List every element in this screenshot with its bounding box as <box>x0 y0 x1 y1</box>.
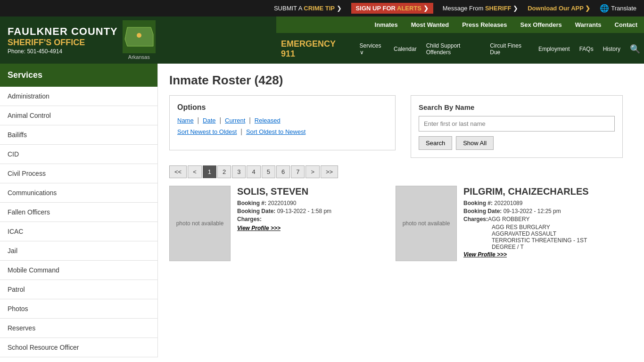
nav-warrants[interactable]: Warrants <box>569 16 608 33</box>
page-2[interactable]: 2 <box>217 165 231 178</box>
filter-released[interactable]: Released <box>255 117 281 124</box>
phone-number: Phone: 501-450-4914 <box>8 48 118 55</box>
sheriff-link[interactable]: Message From SHERIFF ❯ <box>443 5 519 12</box>
page-last[interactable]: >> <box>321 165 338 178</box>
view-profile-pilgrim[interactable]: View Profile >>> <box>463 251 507 258</box>
sidebar-item-administration[interactable]: Administration <box>0 87 157 106</box>
globe-icon: 🌐 <box>600 4 609 13</box>
inmate-booking-num-pilgrim: Booking #: 202201089 <box>463 200 612 206</box>
charge-item: AGGRAVATED ASSAULT <box>492 230 612 237</box>
sort-oldest[interactable]: Sort Oldest to Newest <box>246 128 305 135</box>
map-label: Arkansas <box>123 54 156 60</box>
nav-inmates[interactable]: Inmates <box>368 16 405 33</box>
sidebar-item-communications[interactable]: Communications <box>0 183 157 203</box>
sidebar: Services Administration Animal Control B… <box>0 64 158 357</box>
inmate-photo-solis: photo not available <box>169 186 231 261</box>
page-prev[interactable]: < <box>188 165 202 178</box>
sort-newest[interactable]: Sort Newest to Oldest <box>177 128 237 135</box>
sidebar-item-jail[interactable]: Jail <box>0 241 157 261</box>
search-box: Search By Name Search Show All <box>411 95 623 158</box>
sidebar-item-animal-control[interactable]: Animal Control <box>0 106 157 125</box>
nav-sex-offenders[interactable]: Sex Offenders <box>514 16 569 33</box>
translate-btn[interactable]: 🌐 Translate <box>600 4 636 13</box>
inmate-charges-pilgrim: Charges:AGG ROBBERY <box>463 216 612 222</box>
sidebar-item-school-resource[interactable]: School Resource Officer <box>0 338 157 357</box>
sidebar-item-photos[interactable]: Photos <box>0 299 157 319</box>
show-all-button[interactable]: Show All <box>456 136 494 150</box>
search-button[interactable]: Search <box>419 136 452 150</box>
search-buttons: Search Show All <box>419 136 615 150</box>
options-title: Options <box>177 103 388 112</box>
charges-list-pilgrim: AGG RES BURGLARY AGGRAVATED ASSAULT TERR… <box>492 224 612 250</box>
office-name: SHERIFF'S OFFICE <box>8 38 118 48</box>
header-nav: Inmates Most Wanted Press Releases Sex O… <box>276 16 644 64</box>
inmate-charges-solis: Charges: <box>237 216 386 222</box>
inmate-booking-date-pilgrim: Booking Date: 09-13-2022 - 12:25 pm <box>463 208 612 214</box>
content-area: Inmate Roster (428) Options Name | Date … <box>158 64 644 357</box>
nav-child-support[interactable]: Child Support Offenders <box>422 41 485 58</box>
logo-area: FAULKNER COUNTY SHERIFF'S OFFICE Phone: … <box>0 16 163 64</box>
sidebar-header: Services <box>0 64 157 87</box>
nav-contact[interactable]: Contact <box>608 16 644 33</box>
page-7[interactable]: 7 <box>291 165 305 178</box>
page-6[interactable]: 6 <box>276 165 290 178</box>
page-4[interactable]: 4 <box>247 165 260 178</box>
inmate-info-pilgrim: PILGRIM, CHAIZECHARLES Booking #: 202201… <box>463 186 612 261</box>
inmate-photo-pilgrim: photo not available <box>396 186 457 261</box>
sort-links: Sort Newest to Oldest | Sort Oldest to N… <box>177 128 388 135</box>
search-input[interactable] <box>419 116 615 132</box>
map-container: Arkansas <box>123 20 156 60</box>
search-icon[interactable]: 🔍 <box>626 42 644 56</box>
sign-up-link[interactable]: SIGN UP FOR ALERTS ❯ <box>351 3 433 14</box>
emergency-badge: EMERGENCY 911 <box>276 37 349 61</box>
inmate-name-solis: SOLIS, STEVEN <box>237 186 386 197</box>
download-link[interactable]: Download Our APP ❯ <box>528 5 590 12</box>
nav-employment[interactable]: Employment <box>535 44 574 54</box>
arkansas-map <box>123 20 156 53</box>
sidebar-item-cid[interactable]: CID <box>0 145 157 164</box>
county-name: FAULKNER COUNTY <box>8 25 118 38</box>
primary-nav: Inmates Most Wanted Press Releases Sex O… <box>276 16 644 33</box>
sidebar-item-civil-process[interactable]: Civil Process <box>0 164 157 183</box>
crime-tip-link[interactable]: SUBMIT A CRIME TIP ❯ <box>274 5 342 12</box>
sidebar-item-patrol[interactable]: Patrol <box>0 280 157 299</box>
options-box: Options Name | Date | Current | Released… <box>169 95 396 150</box>
filter-current[interactable]: Current <box>225 117 245 124</box>
secondary-nav: EMERGENCY 911 Services ∨ Calendar Child … <box>276 34 644 64</box>
nav-calendar[interactable]: Calendar <box>390 44 421 54</box>
filter-links: Name | Date | Current | Released <box>177 116 388 124</box>
sign-up-highlight: ALERTS <box>397 5 421 12</box>
page-title: Inmate Roster (428) <box>169 73 633 88</box>
header: FAULKNER COUNTY SHERIFF'S OFFICE Phone: … <box>0 16 644 64</box>
view-profile-solis[interactable]: View Profile >>> <box>237 225 281 231</box>
inmate-name-pilgrim: PILGRIM, CHAIZECHARLES <box>463 186 612 197</box>
nav-history[interactable]: History <box>599 44 624 54</box>
sidebar-item-reserves[interactable]: Reserves <box>0 319 157 338</box>
nav-services[interactable]: Services ∨ <box>356 41 388 58</box>
nav-most-wanted[interactable]: Most Wanted <box>405 16 455 33</box>
pagination: << < 1 2 3 4 5 6 7 > >> <box>169 165 633 178</box>
sidebar-item-fallen-officers[interactable]: Fallen Officers <box>0 203 157 222</box>
sidebar-item-mobile-command[interactable]: Mobile Command <box>0 261 157 280</box>
nav-faqs[interactable]: FAQs <box>576 44 597 54</box>
page-5[interactable]: 5 <box>262 165 275 178</box>
page-3[interactable]: 3 <box>232 165 246 178</box>
charge-item: TERRORISTIC THREATENING - 1ST DEGREE / T <box>492 237 612 250</box>
filter-name[interactable]: Name <box>177 117 194 124</box>
inmate-info-solis: SOLIS, STEVEN Booking #: 202201090 Booki… <box>237 186 386 261</box>
inmate-booking-date-solis: Booking Date: 09-13-2022 - 1:58 pm <box>237 208 386 214</box>
inmate-booking-num-solis: Booking #: 202201090 <box>237 200 386 206</box>
inmate-grid: photo not available SOLIS, STEVEN Bookin… <box>169 186 633 261</box>
nav-press-releases[interactable]: Press Releases <box>455 16 513 33</box>
filter-date[interactable]: Date <box>203 117 215 124</box>
page-first[interactable]: << <box>169 165 187 178</box>
main-container: Services Administration Animal Control B… <box>0 64 644 357</box>
map-svg <box>123 20 156 53</box>
page-next[interactable]: > <box>305 165 320 178</box>
svg-point-2 <box>137 33 141 38</box>
top-bar: SUBMIT A CRIME TIP ❯ SIGN UP FOR ALERTS … <box>0 0 644 16</box>
sidebar-item-icac[interactable]: ICAC <box>0 222 157 241</box>
page-1[interactable]: 1 <box>203 165 216 178</box>
nav-circuit-fines[interactable]: Circuit Fines Due <box>486 41 533 58</box>
sidebar-item-bailiffs[interactable]: Bailiffs <box>0 125 157 145</box>
